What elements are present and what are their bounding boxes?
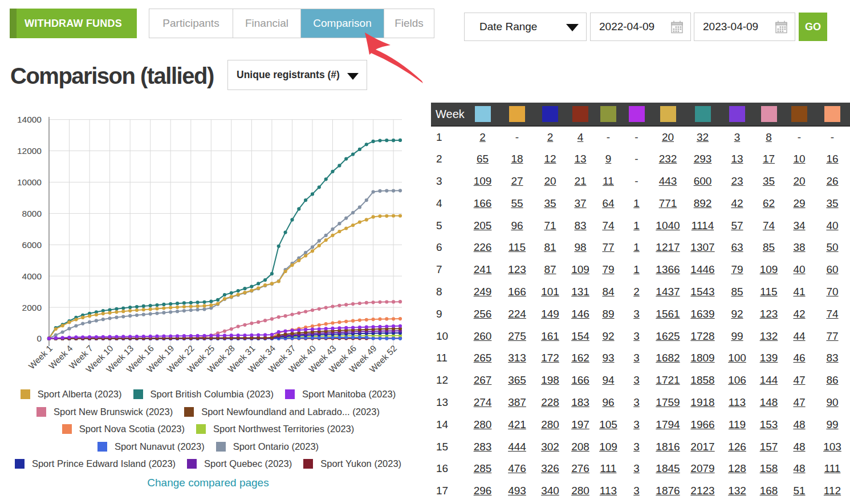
svg-text:10000: 10000 — [17, 177, 42, 187]
svg-text:12000: 12000 — [17, 146, 42, 156]
svg-text:8000: 8000 — [22, 209, 42, 218]
svg-text:4000: 4000 — [22, 271, 42, 281]
svg-text:2000: 2000 — [22, 303, 42, 312]
svg-text:0: 0 — [36, 334, 42, 343]
svg-text:6000: 6000 — [22, 240, 42, 250]
svg-text:14000: 14000 — [17, 115, 42, 124]
